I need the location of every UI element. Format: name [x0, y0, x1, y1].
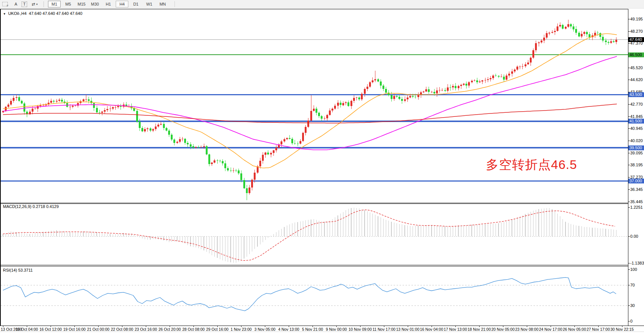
timeframe-button-m15[interactable]: M15: [76, 1, 87, 7]
symbol-collapse-icon[interactable]: ▼: [3, 12, 6, 16]
macd-indicator-label: MACD(12,26,9) 0.2718 0.4129: [3, 204, 59, 209]
timeframe-button-m30[interactable]: M30: [89, 1, 101, 7]
timeframe-button-mn[interactable]: MN: [157, 1, 169, 7]
timeframe-button-m1[interactable]: M1: [48, 1, 61, 7]
price-axis[interactable]: [628, 9, 644, 326]
timeframe-button-h4[interactable]: H4: [116, 1, 128, 7]
timeframe-group: M1M5M15M30H1H4D1W1MN: [47, 1, 169, 7]
symbol-quotes: 47.640 47.640 47.640 47.640: [29, 11, 83, 16]
timeframe-button-h1[interactable]: H1: [102, 1, 114, 7]
timeframe-button-m5[interactable]: M5: [62, 1, 74, 7]
cursor-a-button[interactable]: A: [12, 1, 19, 7]
text-box-icon: T: [22, 1, 27, 7]
arrows-mode-button[interactable]: ⇄ ▾: [29, 1, 40, 7]
dropdown-caret-icon: ▾: [36, 3, 38, 6]
toolbar-drag-handle[interactable]: [44, 1, 44, 7]
time-axis[interactable]: [0, 326, 628, 333]
chart-title: ▼UKOil-,H4 47.640 47.640 47.640 47.640: [3, 11, 82, 16]
chart-annotation-text: 多空转折点46.5: [486, 156, 577, 173]
rsi-indicator-label: RSI(14) 53.3711: [3, 268, 33, 272]
timeframe-button-d1[interactable]: D1: [130, 1, 142, 7]
grid-f-button[interactable]: F: [0, 1, 12, 7]
text-box-button[interactable]: T: [19, 1, 29, 7]
arrows-icon: ⇄: [32, 2, 35, 7]
symbol-name: UKOil-,H4: [8, 11, 27, 16]
toolbar-separator: [174, 1, 175, 7]
grid-f-label: F: [7, 4, 9, 7]
toolbar: F A T ⇄ ▾ M1M5M15M30H1H4D1W1MN: [0, 0, 644, 9]
timeframe-button-w1[interactable]: W1: [143, 1, 155, 7]
